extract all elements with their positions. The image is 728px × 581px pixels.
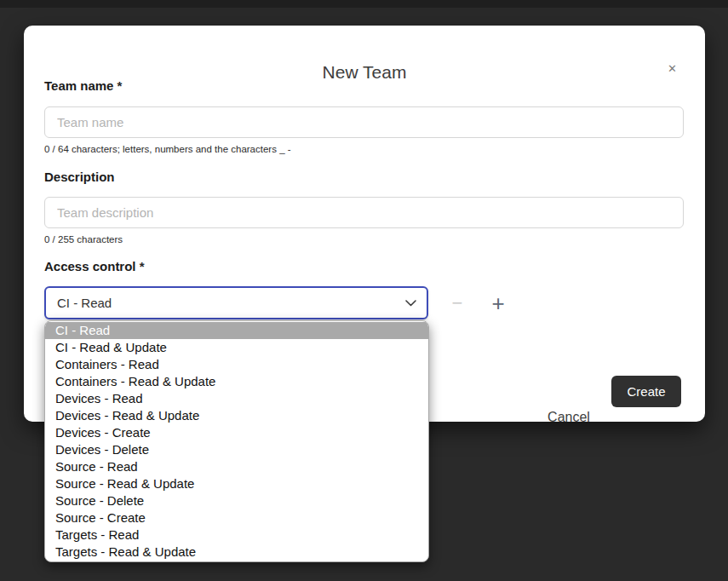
access-control-label-text: Access control: [44, 259, 136, 273]
cancel-button[interactable]: Cancel: [541, 401, 597, 433]
remove-access-control-button[interactable]: −: [446, 292, 468, 314]
description-label-text: Description: [44, 170, 115, 184]
team-name-input[interactable]: [44, 106, 684, 138]
modal-title: New Team: [24, 62, 705, 83]
dropdown-option[interactable]: Source - Read & Update: [45, 475, 428, 492]
close-icon[interactable]: ✕: [668, 63, 677, 74]
chevron-down-icon: [405, 300, 416, 307]
access-control-select[interactable]: CI - Read: [44, 286, 428, 319]
dropdown-option[interactable]: Source - Read: [45, 458, 428, 475]
required-asterisk: *: [140, 259, 145, 273]
dropdown-option[interactable]: Targets - Read: [45, 526, 428, 544]
description-helper: 0 / 255 characters: [44, 234, 123, 244]
dropdown-option[interactable]: Devices - Read: [45, 390, 428, 407]
dropdown-option[interactable]: Source - Create: [45, 509, 428, 526]
create-button[interactable]: Create: [611, 376, 681, 407]
required-asterisk: *: [118, 78, 123, 93]
dropdown-option[interactable]: CI - Read: [45, 322, 428, 339]
access-control-selected-value: CI - Read: [57, 296, 112, 310]
dropdown-option[interactable]: Targets - Read & Update: [45, 544, 428, 561]
team-name-helper: 0 / 64 characters; letters, numbers and …: [44, 144, 291, 154]
dropdown-option[interactable]: Devices - Create: [45, 424, 428, 441]
dropdown-option[interactable]: Source - Delete: [45, 492, 428, 509]
page-top-strip: [0, 0, 728, 8]
team-name-label-text: Team name: [44, 78, 113, 93]
dropdown-option[interactable]: Containers - Read: [45, 356, 428, 373]
description-input[interactable]: [44, 197, 684, 228]
add-access-control-button[interactable]: +: [487, 292, 509, 314]
dropdown-option[interactable]: Devices - Delete: [45, 441, 428, 458]
team-name-label: Team name *: [44, 78, 122, 93]
dropdown-option[interactable]: CI - Read & Update: [45, 339, 428, 356]
dropdown-option[interactable]: Devices - Read & Update: [45, 407, 428, 424]
dropdown-option[interactable]: Containers - Read & Update: [45, 373, 428, 390]
access-control-label: Access control *: [44, 259, 145, 273]
description-label: Description: [44, 170, 115, 184]
access-control-dropdown: CI - Read CI - Read & Update Containers …: [44, 320, 429, 562]
